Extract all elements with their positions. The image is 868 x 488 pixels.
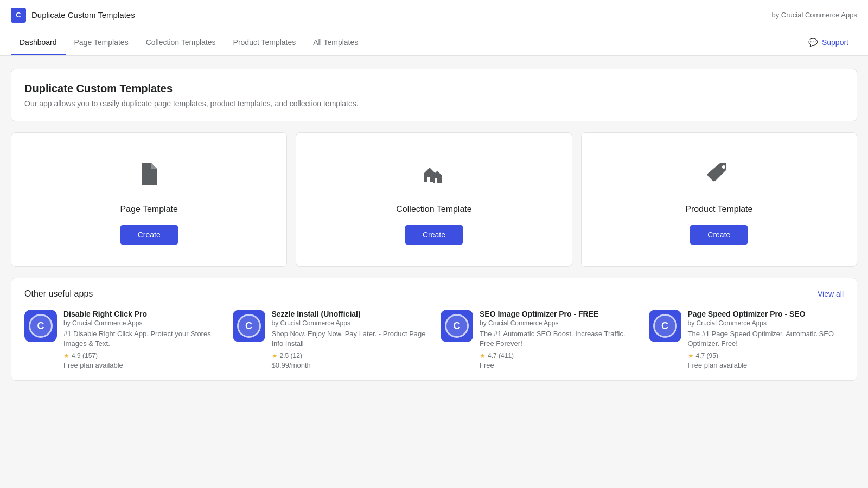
app-by-3: by Crucial Commerce Apps <box>688 319 844 327</box>
app-desc-0: #1 Disable Right Click App. Protect your… <box>63 329 220 349</box>
app-name-0: Disable Right Click Pro <box>63 310 220 318</box>
app-logo-page-speed: C <box>649 310 681 342</box>
view-all-link[interactable]: View all <box>818 290 844 298</box>
other-apps-title: Other useful apps <box>24 289 93 299</box>
product-template-card: Product Template Create <box>581 132 857 267</box>
app-rating-3: ★ 4.7 (95) <box>688 352 844 359</box>
app-desc-2: The #1 Automatic SEO Boost. Increase Tra… <box>480 329 636 349</box>
app-price-0: Free plan available <box>63 361 220 369</box>
app-desc-3: The #1 Page Speed Optimizer. Automatic S… <box>688 329 844 349</box>
app-item-disable-right-click: C Disable Right Click Pro by Crucial Com… <box>24 310 220 369</box>
app-rating-1: ★ 2.5 (12) <box>272 352 428 359</box>
app-rating-2: ★ 4.7 (411) <box>480 352 636 359</box>
app-by-1: by Crucial Commerce Apps <box>272 319 428 327</box>
app-logo-sezzle: C <box>233 310 265 342</box>
other-apps-section: Other useful apps View all C Disable Rig… <box>11 278 857 381</box>
app-by-2: by Crucial Commerce Apps <box>480 319 636 327</box>
by-text: by Crucial Commerce Apps <box>772 11 858 19</box>
app-rating-value-0: 4.9 (157) <box>72 352 98 359</box>
page-heading-section: Duplicate Custom Templates Our app allow… <box>11 69 857 121</box>
page-template-icon <box>134 159 164 194</box>
app-item-seo-image: C SEO Image Optimizer Pro - FREE by Cruc… <box>441 310 636 369</box>
star-icon-2: ★ <box>480 352 486 359</box>
app-name-2: SEO Image Optimizer Pro - FREE <box>480 310 636 318</box>
app-price-2: Free <box>480 361 636 369</box>
collection-template-create-button[interactable]: Create <box>405 225 463 245</box>
app-rating-value-3: 4.7 (95) <box>696 352 718 359</box>
tab-product-templates[interactable]: Product Templates <box>225 30 305 55</box>
product-template-title: Product Template <box>685 204 752 214</box>
app-rating-0: ★ 4.9 (157) <box>63 352 220 359</box>
app-logo-disable-right-click: C <box>24 310 57 342</box>
app-price-1: $0.99/month <box>272 361 428 369</box>
support-icon: 💬 <box>808 38 818 47</box>
apps-grid: C Disable Right Click Pro by Crucial Com… <box>24 310 844 369</box>
top-bar: C Duplicate Custom Templates by Crucial … <box>0 0 868 30</box>
app-price-3: Free plan available <box>688 361 844 369</box>
nav-tabs: Dashboard Page Templates Collection Temp… <box>0 30 868 56</box>
app-name-1: Sezzle Install (Unofficial) <box>272 310 428 318</box>
page-template-title: Page Template <box>120 204 177 214</box>
product-template-create-button[interactable]: Create <box>690 225 748 245</box>
page-description: Our app allows you to easily duplicate p… <box>24 99 844 108</box>
tab-page-templates[interactable]: Page Templates <box>66 30 137 55</box>
page-template-create-button[interactable]: Create <box>120 225 178 245</box>
template-cards-container: Page Template Create Collection Template… <box>11 132 857 267</box>
main-content: Duplicate Custom Templates Our app allow… <box>0 56 868 394</box>
app-logo-icon: C <box>11 8 26 23</box>
app-item-sezzle: C Sezzle Install (Unofficial) by Crucial… <box>233 310 428 369</box>
star-icon-3: ★ <box>688 352 694 359</box>
page-title: Duplicate Custom Templates <box>24 82 844 95</box>
app-rating-value-2: 4.7 (411) <box>488 352 514 359</box>
tab-collection-templates[interactable]: Collection Templates <box>137 30 225 55</box>
star-icon-0: ★ <box>63 352 69 359</box>
top-bar-left: C Duplicate Custom Templates <box>11 8 135 23</box>
product-template-icon <box>704 159 734 194</box>
collection-template-title: Collection Template <box>396 204 471 214</box>
star-icon-1: ★ <box>272 352 278 359</box>
page-template-card: Page Template Create <box>11 132 287 267</box>
app-info-page-speed: Page Speed Optimizer Pro - SEO by Crucia… <box>688 310 844 369</box>
app-item-page-speed: C Page Speed Optimizer Pro - SEO by Cruc… <box>649 310 844 369</box>
app-rating-value-1: 2.5 (12) <box>280 352 302 359</box>
collection-template-card: Collection Template Create <box>296 132 572 267</box>
app-by-0: by Crucial Commerce Apps <box>63 319 220 327</box>
app-desc-1: Shop Now. Enjoy Now. Pay Later. - Produc… <box>272 329 428 349</box>
app-info-disable-right-click: Disable Right Click Pro by Crucial Comme… <box>63 310 220 369</box>
support-link[interactable]: 💬 Support <box>800 30 857 55</box>
app-info-seo-image: SEO Image Optimizer Pro - FREE by Crucia… <box>480 310 636 369</box>
app-info-sezzle: Sezzle Install (Unofficial) by Crucial C… <box>272 310 428 369</box>
other-apps-header: Other useful apps View all <box>24 289 844 299</box>
svg-point-0 <box>722 165 725 169</box>
tab-dashboard[interactable]: Dashboard <box>11 30 66 55</box>
app-logo-seo-image: C <box>441 310 473 342</box>
app-name-3: Page Speed Optimizer Pro - SEO <box>688 310 844 318</box>
tab-all-templates[interactable]: All Templates <box>304 30 367 55</box>
app-title: Duplicate Custom Templates <box>31 10 135 20</box>
collection-template-icon <box>419 159 449 194</box>
